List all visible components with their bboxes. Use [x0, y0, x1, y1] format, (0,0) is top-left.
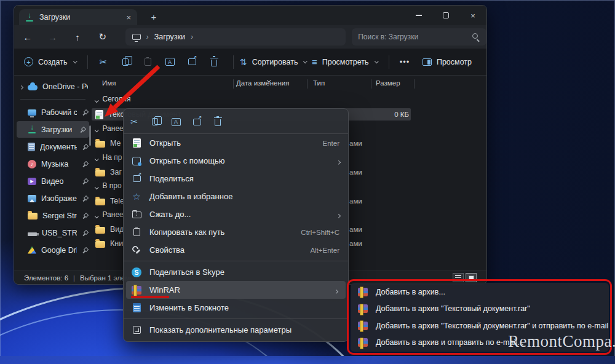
- tab-close-icon[interactable]: ×: [126, 14, 131, 22]
- menu-item-open[interactable]: Открыть Enter: [124, 134, 348, 152]
- menu-item-add-to-favorites[interactable]: ☆ Добавить в избранное: [124, 188, 348, 205]
- sidebar-item-google-drive[interactable]: Google Driv: [14, 242, 92, 258]
- delete-button[interactable]: [205, 53, 223, 71]
- copy-icon: [122, 58, 129, 66]
- winrar-icon: [358, 322, 368, 330]
- chevron-down-icon: [95, 157, 98, 160]
- sidebar-item-downloads[interactable]: Загрузки: [17, 121, 89, 138]
- column-header-size[interactable]: Размер: [376, 79, 400, 87]
- menu-item-properties[interactable]: Свойства Alt+Enter: [124, 241, 348, 259]
- submenu-item-add-to-archive[interactable]: Добавить в архив...: [351, 283, 609, 301]
- menu-item-compress-to[interactable]: Сжать до...: [124, 205, 348, 223]
- view-lines-icon: ≡: [312, 57, 317, 67]
- paste-icon: [145, 58, 151, 66]
- type-text-fragment: ами: [349, 140, 362, 147]
- cut-button[interactable]: ✂: [94, 53, 113, 71]
- music-icon: ♪: [28, 160, 36, 168]
- sidebar-item-pictures[interactable]: Изображен: [14, 190, 92, 207]
- context-menu: ✂ Открыть Enter Открыть с помощью Подели…: [123, 108, 349, 342]
- download-icon: [25, 14, 34, 22]
- copy-button[interactable]: [116, 53, 135, 71]
- refresh-button[interactable]: ↻: [95, 29, 110, 45]
- submenu-item-add-to-named-archive[interactable]: Добавить в архив "Текстовый документ.rar…: [351, 301, 609, 318]
- rename-button[interactable]: [167, 114, 185, 130]
- share-button[interactable]: [183, 53, 201, 71]
- delete-button[interactable]: [208, 114, 227, 130]
- sort-button[interactable]: ⇅ Сортировать: [240, 57, 307, 67]
- tab-title: Загрузки: [39, 13, 70, 22]
- star-icon: ☆: [132, 192, 140, 201]
- menu-item-open-with[interactable]: Открыть с помощью: [124, 152, 348, 170]
- menu-item-copy-as-path[interactable]: Копировать как путь Ctrl+Shift+C: [124, 223, 348, 241]
- more-options-button[interactable]: •••: [395, 53, 414, 71]
- toolbar-separator: [389, 55, 389, 69]
- minimize-icon: [416, 15, 422, 15]
- breadcrumb-segment[interactable]: Загрузки: [154, 33, 185, 41]
- paste-button[interactable]: [138, 53, 157, 71]
- rename-icon: [165, 58, 175, 66]
- chevron-right-icon: [19, 85, 23, 89]
- view-button[interactable]: ≡ Просмотреть: [312, 57, 378, 67]
- up-button[interactable]: ↑: [70, 29, 85, 45]
- type-text-fragment: ами: [349, 226, 362, 233]
- zip-folder-icon: [132, 212, 141, 218]
- sidebar-item-documents[interactable]: Документы: [14, 138, 92, 155]
- search-input[interactable]: Поиск в: Загрузки: [352, 28, 486, 46]
- menu-item-share[interactable]: Поделиться: [124, 170, 348, 188]
- group-header-today[interactable]: Сегодня: [92, 93, 485, 105]
- column-header-date[interactable]: Дата изменения: [236, 79, 289, 87]
- rename-icon: [172, 118, 181, 126]
- icons-view-button[interactable]: [466, 273, 477, 282]
- google-drive-icon: [28, 247, 36, 254]
- details-view-button[interactable]: [453, 273, 464, 282]
- menu-separator: [124, 318, 348, 319]
- pin-icon: [82, 161, 88, 167]
- folder-icon: [95, 227, 105, 234]
- share-button[interactable]: [188, 114, 206, 130]
- sidebar-item-videos[interactable]: ▶ Видео: [14, 173, 92, 189]
- wrench-icon: [132, 246, 141, 255]
- minimize-button[interactable]: [405, 6, 432, 25]
- preview-toggle-button[interactable]: Просмотр: [423, 58, 472, 66]
- maximize-icon: [443, 12, 449, 18]
- column-header-name[interactable]: Имя: [102, 79, 116, 87]
- cut-button[interactable]: ✂: [125, 114, 143, 130]
- column-divider[interactable]: [371, 79, 371, 89]
- column-divider[interactable]: [414, 79, 415, 89]
- address-bar: ← → ↑ ↻ › Загрузки › Поиск в: Загрузки: [14, 25, 486, 49]
- new-tab-button[interactable]: +: [147, 10, 161, 23]
- sidebar-item-onedrive[interactable]: OneDrive - Per: [14, 78, 92, 95]
- column-divider[interactable]: [307, 79, 308, 89]
- pictures-icon: [28, 195, 36, 202]
- notepad-icon: [133, 303, 141, 312]
- menu-item-share-skype[interactable]: Поделиться в Skype: [124, 263, 348, 281]
- trash-icon: [211, 60, 217, 66]
- sidebar-scrollbar[interactable]: [89, 125, 91, 146]
- new-button[interactable]: Создать: [24, 57, 76, 66]
- documents-icon: [28, 143, 35, 151]
- column-header-type[interactable]: Тип: [313, 79, 325, 87]
- column-divider[interactable]: [233, 79, 234, 89]
- rename-button[interactable]: [161, 53, 179, 71]
- text-file-icon: [95, 110, 103, 119]
- sidebar-item-usb-drive[interactable]: USB_STRELI: [14, 224, 92, 241]
- sidebar-item-user-folder[interactable]: Sergei Strel: [14, 207, 92, 224]
- menu-item-winrar[interactable]: WinRAR: [126, 281, 346, 299]
- status-separator: |: [73, 274, 75, 282]
- back-button[interactable]: ←: [20, 29, 35, 45]
- menu-item-edit-in-notepad[interactable]: Изменить в Блокноте: [124, 299, 348, 317]
- forward-button[interactable]: →: [46, 29, 60, 45]
- desktop-icon: [28, 109, 36, 116]
- more-options-icon: [133, 326, 141, 334]
- maximize-button[interactable]: [432, 6, 459, 25]
- column-headers: Имя Дата изменения Тип Размер: [92, 77, 486, 90]
- sidebar-item-desktop[interactable]: Рабочий ст: [14, 104, 92, 121]
- this-pc-icon: [132, 34, 141, 40]
- close-button[interactable]: ×: [459, 6, 486, 25]
- menu-item-show-more-options[interactable]: Показать дополнительные параметры: [124, 321, 348, 339]
- onedrive-icon: [28, 85, 38, 90]
- sidebar-item-music[interactable]: ♪ Музыка: [14, 156, 92, 172]
- tab-downloads[interactable]: Загрузки ×: [19, 9, 137, 25]
- breadcrumb[interactable]: › Загрузки ›: [125, 28, 346, 46]
- copy-button[interactable]: [146, 114, 164, 130]
